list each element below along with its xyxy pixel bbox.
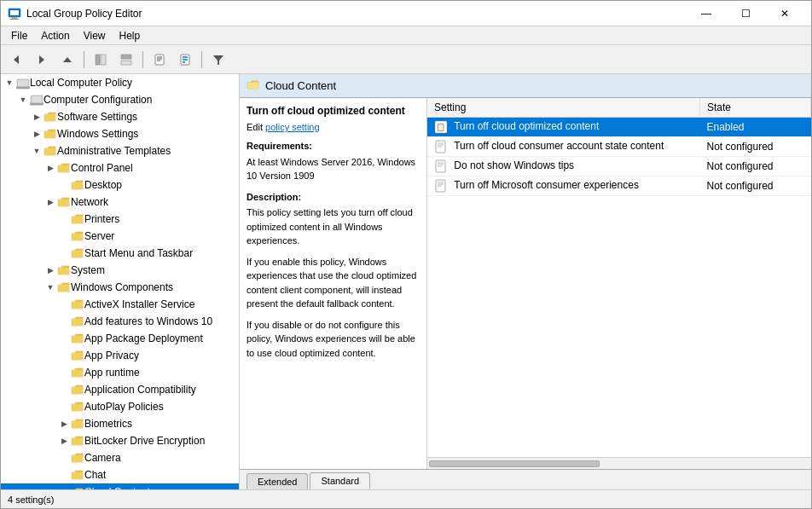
computer-config-icon <box>30 93 44 107</box>
content-header-icon <box>246 78 260 94</box>
filter-button[interactable] <box>206 49 230 71</box>
activex-icon <box>71 298 84 311</box>
menu-bar: File Action View Help <box>1 26 811 45</box>
table-row[interactable]: Do not show Windows tips Not configured <box>427 157 811 176</box>
menu-action[interactable]: Action <box>34 28 76 43</box>
svg-rect-21 <box>18 80 28 86</box>
software-settings-expander[interactable]: ▶ <box>30 110 44 124</box>
root-computer-icon <box>16 76 30 90</box>
root-expander[interactable]: ▼ <box>3 76 16 90</box>
tree-item-app-runtime[interactable]: ▶ App runtime <box>1 364 239 381</box>
tree-panel[interactable]: ▼ Local Computer Policy ▼ Computer Confi… <box>1 74 240 489</box>
tree-item-app-compat[interactable]: ▶ Application Compatibility <box>1 381 239 398</box>
tree-item-network[interactable]: ▶ Network <box>1 194 239 211</box>
tree-item-admin-templates[interactable]: ▼ Administrative Templates <box>1 142 239 159</box>
folder-open-icon <box>246 78 260 91</box>
control-panel-expander[interactable]: ▶ <box>44 161 57 175</box>
col-state[interactable]: State <box>700 98 811 118</box>
main-area: ▼ Local Computer Policy ▼ Computer Confi… <box>1 74 811 489</box>
menu-file[interactable]: File <box>4 28 34 43</box>
printers-label: Printers <box>84 213 119 225</box>
svg-marker-6 <box>63 57 72 62</box>
settings-table[interactable]: Setting State 📋 <box>427 98 811 457</box>
filter-icon <box>212 54 224 66</box>
up-icon <box>61 54 73 66</box>
row1-state: Enabled <box>700 118 811 137</box>
tree-item-start-menu[interactable]: ▶ Start Menu and Taskbar <box>1 245 239 262</box>
biometrics-expander[interactable]: ▶ <box>57 417 71 431</box>
tree-item-bitlocker[interactable]: ▶ BitLocker Drive Encryption <box>1 432 239 449</box>
toolbar-sep-1 <box>84 51 84 68</box>
tree-item-app-privacy[interactable]: ▶ App Privacy <box>1 347 239 364</box>
policy-icon-4 <box>434 179 448 193</box>
desc-requirements-section: Requirements: At least Windows Server 20… <box>246 139 420 183</box>
camera-icon <box>71 451 84 465</box>
tree-item-camera[interactable]: ▶ Camera <box>1 449 239 466</box>
control-panel-label: Control Panel <box>71 162 133 174</box>
tree-item-windows-components[interactable]: ▼ Windows Components <box>1 279 239 296</box>
computer-config-expander[interactable]: ▼ <box>16 93 30 107</box>
col-setting[interactable]: Setting <box>427 98 700 118</box>
windows-settings-expander[interactable]: ▶ <box>30 127 44 141</box>
tree-item-autoplay[interactable]: ▶ AutoPlay Policies <box>1 398 239 415</box>
view-button[interactable] <box>114 49 138 71</box>
bitlocker-expander[interactable]: ▶ <box>57 434 71 448</box>
tree-item-system[interactable]: ▶ System <box>1 262 239 279</box>
settings-panel: Setting State 📋 <box>427 98 811 469</box>
tree-item-desktop[interactable]: ▶ Desktop <box>1 176 239 194</box>
windows-components-expander[interactable]: ▼ <box>44 281 57 294</box>
show-hide-button[interactable] <box>89 49 113 71</box>
svg-rect-7 <box>96 55 100 65</box>
settings-horizontal-scrollbar[interactable] <box>427 457 811 469</box>
tree-item-server[interactable]: ▶ Server <box>1 228 239 245</box>
tree-item-add-features[interactable]: ▶ Add features to Windows 10 <box>1 313 239 330</box>
table-row[interactable]: Turn off Microsoft consumer experiences … <box>427 176 811 196</box>
tree-item-biometrics[interactable]: ▶ Biometrics <box>1 415 239 432</box>
content-header-title: Cloud Content <box>265 79 336 92</box>
svg-marker-5 <box>39 55 44 64</box>
tree-item-app-package[interactable]: ▶ App Package Deployment <box>1 330 239 347</box>
up-button[interactable] <box>55 49 79 71</box>
maximize-button[interactable]: ☐ <box>726 1 765 26</box>
system-label: System <box>71 264 105 276</box>
new-policy-button[interactable] <box>148 49 171 71</box>
table-row[interactable]: Turn off cloud consumer account state co… <box>427 137 811 157</box>
menu-view[interactable]: View <box>77 28 113 43</box>
close-button[interactable]: ✕ <box>765 1 804 26</box>
system-expander[interactable]: ▶ <box>44 263 57 277</box>
windows-components-label: Windows Components <box>71 281 173 293</box>
desc-policy-link[interactable]: policy setting <box>265 122 320 132</box>
tab-extended[interactable]: Extended <box>246 473 308 489</box>
properties-icon <box>179 54 191 66</box>
tree-item-printers[interactable]: ▶ Printers <box>1 211 239 228</box>
network-expander[interactable]: ▶ <box>44 195 57 209</box>
tab-standard[interactable]: Standard <box>310 472 370 489</box>
admin-templates-expander[interactable]: ▼ <box>30 144 44 158</box>
app-package-label: App Package Deployment <box>84 333 203 344</box>
back-icon <box>10 54 22 66</box>
tree-item-software-settings[interactable]: ▶ Software Settings <box>1 108 239 125</box>
menu-help[interactable]: Help <box>113 28 148 43</box>
desc-text-1: This policy setting lets you turn off cl… <box>246 205 420 248</box>
window-controls: — ☐ ✕ <box>687 1 804 26</box>
tree-item-windows-settings[interactable]: ▶ Windows Settings <box>1 125 239 142</box>
tree-item-activex[interactable]: ▶ ActiveX Installer Service <box>1 296 239 313</box>
tree-root[interactable]: ▼ Local Computer Policy <box>1 74 239 91</box>
desc-edit-line: Edit policy setting <box>246 122 420 132</box>
tree-item-control-panel[interactable]: ▶ Control Panel <box>1 159 239 176</box>
admin-templates-label: Administrative Templates <box>57 145 171 157</box>
autoplay-icon <box>71 400 84 414</box>
properties-button[interactable] <box>173 49 197 71</box>
svg-rect-1 <box>10 10 19 15</box>
tree-item-computer-config[interactable]: ▼ Computer Configuration <box>1 91 239 108</box>
software-settings-label: Software Settings <box>57 111 137 123</box>
computer-config-label: Computer Configuration <box>44 94 152 106</box>
minimize-button[interactable]: — <box>687 1 726 26</box>
table-row[interactable]: 📋 Turn off cloud optimized content Enabl… <box>427 118 811 137</box>
scrollbar-thumb[interactable] <box>429 460 600 467</box>
back-button[interactable] <box>4 49 28 71</box>
forward-button[interactable] <box>30 49 54 71</box>
toolbar <box>1 45 811 74</box>
tree-item-chat[interactable]: ▶ Chat <box>1 466 239 483</box>
tree-item-cloud-content[interactable]: ▶ Cloud Content <box>1 483 239 489</box>
